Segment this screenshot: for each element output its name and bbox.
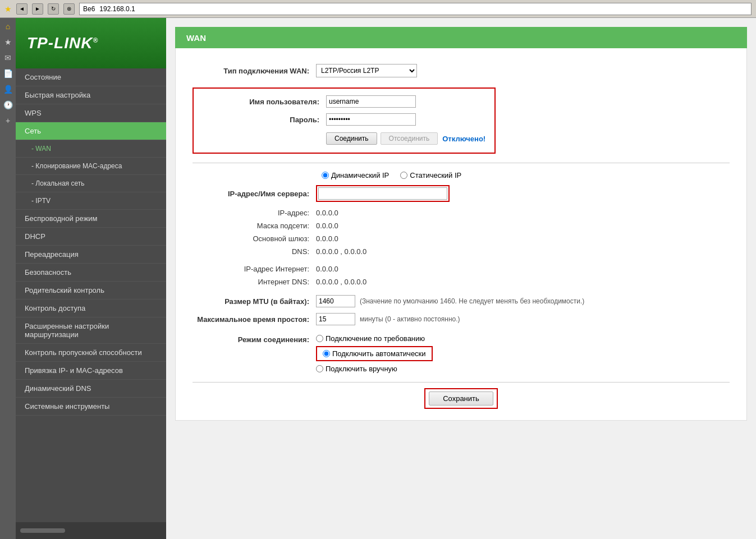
sidebar-item-wireless[interactable]: Беспроводной режим [16,210,166,228]
internet-dns-row: Интернет DNS: 0.0.0.0 , 0.0.0.0 [193,278,730,286]
connect-mode-row: Режим соединения: Подключение по требова… [193,334,730,373]
sidebar-item-system-tools[interactable]: Системные инструменты [16,398,166,416]
stop-button[interactable]: ⊗ [63,3,75,15]
icons-bar: ⌂ ★ ✉ 📄 👤 🕐 + [0,18,16,539]
ip-server-row: IP-адрес/Имя сервера: [193,185,730,202]
idle-input[interactable] [316,313,355,325]
sidebar-item-dhcp[interactable]: DHCP [16,228,166,246]
mode-auto-label: Подключить автоматически [332,349,426,358]
star-icon[interactable]: ★ [2,36,14,48]
sidebar-item-lan[interactable]: - Локальная сеть [16,175,166,192]
sidebar-item-wan[interactable]: - WAN [16,140,166,158]
dns-value: 0.0.0.0 , 0.0.0.0 [316,247,366,256]
sidebar-item-iptv[interactable]: - IPTV [16,192,166,210]
sidebar-bottom [16,522,166,539]
connection-status: Отключено! [442,135,485,143]
user-icon[interactable]: 👤 [2,83,14,95]
internet-dns-value: 0.0.0.0 , 0.0.0.0 [316,278,366,286]
wan-type-label: Тип подключения WAN: [193,67,316,75]
divider-1 [193,163,730,163]
page-title: WAN [186,33,206,43]
ip-server-label: IP-адрес/Имя сервера: [193,190,316,198]
reload-button[interactable]: ↻ [48,3,59,15]
mode-auto-radio[interactable] [323,350,330,357]
static-ip-option[interactable]: Статический IP [400,171,461,179]
tp-link-header: TP-LINK® [16,18,166,68]
static-ip-radio[interactable] [400,172,407,179]
dns-label: DNS: [193,247,316,256]
mtu-note: (Значение по умолчанию 1460. Не следует … [360,297,584,305]
mode-manual-radio[interactable] [316,365,323,372]
password-row: Пароль: [203,113,485,126]
dynamic-ip-radio[interactable] [322,172,329,179]
subnet-mask-value: 0.0.0.0 [316,222,338,230]
sidebar-item-quick-setup[interactable]: Быстрая настройка [16,86,166,104]
mode-on-demand-radio[interactable] [316,335,323,342]
mtu-row: Размер MTU (в байтах): (Значение по умол… [193,295,730,307]
connect-mode-options: Подключение по требованию Подключить авт… [316,334,433,373]
sidebar-item-network[interactable]: Сеть [16,122,166,140]
wan-type-select[interactable]: L2TP/Россия L2TP [316,64,417,77]
sidebar-item-forwarding[interactable]: Переадресация [16,246,166,264]
internet-ip-value: 0.0.0.0 [316,265,338,273]
username-label: Имя пользователя: [203,98,326,106]
back-button[interactable]: ◄ [16,3,28,15]
bookmark-star-icon: ★ [4,4,12,13]
sidebar-item-ip-mac[interactable]: Привязка IP- и MAC-адресов [16,362,166,380]
wan-header: WAN [175,27,747,48]
internet-ip-label: IP-адрес Интернет: [193,265,316,273]
browser-chrome: ★ ◄ ► ↻ ⊗ Ве6 192.168.0.1 [0,0,756,18]
dynamic-ip-option[interactable]: Динамический IP [322,171,389,179]
ip-type-radio-group: Динамический IP Статический IP [322,171,730,179]
gateway-row: Основной шлюз: 0.0.0.0 [193,234,730,243]
ip-server-input[interactable] [318,187,447,200]
sidebar-scrollbar[interactable] [20,528,65,533]
ip-address-value: 0.0.0.0 [316,209,338,217]
internet-ip-row: IP-адрес Интернет: 0.0.0.0 [193,265,730,273]
add-icon[interactable]: + [2,114,14,127]
mode-manual-option[interactable]: Подключить вручную [316,365,433,373]
tab-label: Ве6 [83,5,95,13]
sidebar-item-ddns[interactable]: Динамический DNS [16,380,166,398]
sidebar-item-access-control[interactable]: Контроль доступа [16,300,166,317]
mode-on-demand-label: Подключение по требованию [326,334,425,343]
sidebar-item-parental[interactable]: Родительский контроль [16,282,166,300]
save-button[interactable]: Сохранить [429,391,493,406]
clock-icon[interactable]: 🕐 [2,99,14,111]
connect-mode-label: Режим соединения: [193,334,316,344]
subnet-mask-row: Маска подсети: 0.0.0.0 [193,222,730,230]
sidebar-item-status[interactable]: Состояние [16,68,166,86]
wan-type-row: Тип подключения WAN: L2TP/Россия L2TP [193,64,730,77]
forward-button[interactable]: ► [32,3,43,15]
mode-on-demand-option[interactable]: Подключение по требованию [316,334,433,343]
connection-buttons-row: Соединить Отсоединить Отключено! [203,132,485,145]
idle-label: Максимальное время простоя: [193,315,316,324]
sidebar-item-bandwidth[interactable]: Контроль пропускной способности [16,344,166,362]
sidebar-item-mac-clone[interactable]: - Клонирование MAC-адреса [16,158,166,175]
home-icon[interactable]: ⌂ [2,20,14,33]
sidebar-item-routing[interactable]: Расширенные настройки маршрутизации [16,317,166,344]
mode-auto-option[interactable]: Подключить автоматически [323,349,426,358]
address-text: 192.168.0.1 [99,5,135,13]
mtu-input[interactable] [316,295,355,307]
ip-address-label: IP-адрес: [193,209,316,217]
content-area: WAN Тип подключения WAN: L2TP/Россия L2T… [166,18,756,539]
password-input[interactable] [326,113,416,126]
idle-row: Максимальное время простоя: минуты (0 - … [193,313,730,325]
gateway-label: Основной шлюз: [193,234,316,243]
static-ip-label: Статический IP [410,171,461,179]
password-label: Пароль: [203,116,326,124]
address-bar: Ве6 192.168.0.1 [79,3,752,15]
mail-icon[interactable]: ✉ [2,52,14,64]
dynamic-ip-label: Динамический IP [331,171,389,179]
ip-address-row: IP-адрес: 0.0.0.0 [193,209,730,217]
mode-manual-label: Подключить вручную [326,365,397,373]
bottom-section: Сохранить [193,382,730,409]
connect-button[interactable]: Соединить [326,132,377,145]
sidebar-item-security[interactable]: Безопасность [16,264,166,282]
gateway-value: 0.0.0.0 [316,234,338,243]
sidebar-nav: Состояние Быстрая настройка WPS Сеть - W… [16,68,166,522]
username-input[interactable] [326,95,416,108]
doc-icon[interactable]: 📄 [2,67,14,80]
sidebar-item-wps[interactable]: WPS [16,104,166,122]
